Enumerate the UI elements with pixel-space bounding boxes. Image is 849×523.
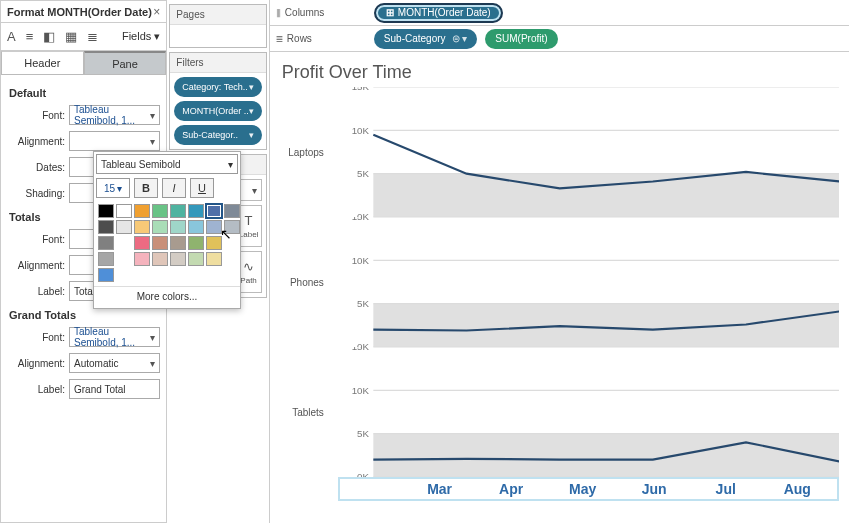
more-colors-link[interactable]: More colors... xyxy=(94,286,240,308)
lines-icon[interactable]: ≣ xyxy=(87,29,98,44)
filter-pill[interactable]: Sub-Categor..▾ xyxy=(174,125,262,145)
label-shading: Shading: xyxy=(7,188,69,199)
fields-dropdown[interactable]: Fields ▾ xyxy=(122,30,160,43)
month-label: Mar xyxy=(404,481,476,497)
month-label: Aug xyxy=(762,481,834,497)
filters-card: Filters Category: Tech..▾MONTH(Order ..▾… xyxy=(169,52,267,150)
columns-shelf[interactable]: ⦀Columns ⊞MONTH(Order Date) xyxy=(270,0,849,26)
row-header: Phones xyxy=(280,217,330,347)
font-popup: Tableau Semibold▾ 15▾ B I U More colors.… xyxy=(93,151,241,309)
color-swatch[interactable] xyxy=(152,236,168,250)
color-swatch[interactable] xyxy=(188,204,204,218)
color-swatch[interactable] xyxy=(116,220,132,234)
align-icon[interactable]: ≡ xyxy=(26,29,34,44)
x-axis-highlight: MarAprMayJunJulAug xyxy=(338,477,839,501)
svg-text:10K: 10K xyxy=(352,385,370,396)
viz-title: Profit Over Time xyxy=(270,52,849,87)
color-swatch[interactable] xyxy=(170,236,186,250)
svg-text:15K: 15K xyxy=(352,347,370,352)
section-default: Default xyxy=(9,87,160,99)
viz-area: ⦀Columns ⊞MONTH(Order Date) ≡Rows Sub-Ca… xyxy=(269,0,849,523)
color-swatch[interactable] xyxy=(98,252,114,266)
month-label: May xyxy=(547,481,619,497)
font-name-select[interactable]: Tableau Semibold▾ xyxy=(96,154,238,174)
color-swatch[interactable] xyxy=(170,252,186,266)
underline-button[interactable]: U xyxy=(190,178,214,198)
grand-font-select[interactable]: Tableau Semibold, 1...▾ xyxy=(69,327,160,347)
color-swatch[interactable] xyxy=(170,220,186,234)
svg-text:15K: 15K xyxy=(352,217,370,222)
row-header: Laptops xyxy=(280,87,330,217)
color-swatch[interactable] xyxy=(188,236,204,250)
color-swatch[interactable] xyxy=(188,252,204,266)
tab-header[interactable]: Header xyxy=(1,51,84,75)
color-swatch[interactable] xyxy=(134,236,150,250)
format-title: Format MONTH(Order Date) xyxy=(7,6,152,18)
columns-pill[interactable]: ⊞MONTH(Order Date) xyxy=(374,3,503,23)
color-swatch[interactable] xyxy=(170,204,186,218)
color-swatch[interactable] xyxy=(98,268,114,282)
section-grand: Grand Totals xyxy=(9,309,160,321)
color-swatch[interactable] xyxy=(206,220,222,234)
svg-text:5K: 5K xyxy=(357,168,369,179)
row-header: Tablets xyxy=(280,347,330,477)
svg-text:10K: 10K xyxy=(352,125,370,136)
month-label: Jul xyxy=(690,481,762,497)
rows-pill-profit[interactable]: SUM(Profit) xyxy=(485,29,557,49)
color-swatch[interactable] xyxy=(134,252,150,266)
default-font-select[interactable]: Tableau Semibold, 1...▾ xyxy=(69,105,160,125)
svg-text:5K: 5K xyxy=(357,298,369,309)
italic-button[interactable]: I xyxy=(162,178,186,198)
svg-rect-0 xyxy=(373,174,839,217)
label-dates: Dates: xyxy=(7,162,69,173)
color-swatch[interactable] xyxy=(116,204,132,218)
color-swatch[interactable] xyxy=(224,220,240,234)
rows-icon: ≡ xyxy=(276,32,283,46)
color-swatch[interactable] xyxy=(206,236,222,250)
svg-rect-9 xyxy=(373,304,839,347)
color-swatch[interactable] xyxy=(206,252,222,266)
rows-shelf[interactable]: ≡Rows Sub-Category⊜ ▾ SUM(Profit) xyxy=(270,26,849,52)
color-swatch[interactable] xyxy=(98,204,114,218)
close-icon[interactable]: × xyxy=(153,5,160,19)
color-swatch[interactable] xyxy=(152,252,168,266)
shade-icon[interactable]: ◧ xyxy=(43,29,55,44)
borders-icon[interactable]: ▦ xyxy=(65,29,77,44)
pages-card: Pages xyxy=(169,4,267,48)
color-swatch[interactable] xyxy=(188,220,204,234)
font-a-icon[interactable]: A xyxy=(7,29,16,44)
month-label: Jun xyxy=(618,481,690,497)
filter-pill[interactable]: MONTH(Order ..▾ xyxy=(174,101,262,121)
columns-icon: ⦀ xyxy=(276,6,281,20)
label-alignment: Alignment: xyxy=(7,136,69,147)
format-panel: Format MONTH(Order Date) × A ≡ ◧ ▦ ≣ Fie… xyxy=(0,0,167,523)
svg-text:5K: 5K xyxy=(357,428,369,439)
month-label: Apr xyxy=(475,481,547,497)
bold-button[interactable]: B xyxy=(134,178,158,198)
color-swatch[interactable] xyxy=(224,204,240,218)
svg-text:10K: 10K xyxy=(352,255,370,266)
color-swatch[interactable] xyxy=(134,220,150,234)
color-swatch[interactable] xyxy=(152,204,168,218)
label-font: Font: xyxy=(7,110,69,121)
font-size-input[interactable]: 15▾ xyxy=(96,178,130,198)
color-swatch[interactable] xyxy=(206,204,222,218)
rows-pill-subcat[interactable]: Sub-Category⊜ ▾ xyxy=(374,29,477,49)
default-alignment-select[interactable]: ▾ xyxy=(69,131,160,151)
color-swatch[interactable] xyxy=(98,236,114,250)
grand-label-input[interactable]: Grand Total xyxy=(69,379,160,399)
grand-alignment-select[interactable]: Automatic▾ xyxy=(69,353,160,373)
svg-text:15K: 15K xyxy=(352,87,370,92)
color-swatch[interactable] xyxy=(152,220,168,234)
color-swatch[interactable] xyxy=(134,204,150,218)
filter-pill[interactable]: Category: Tech..▾ xyxy=(174,77,262,97)
color-swatch[interactable] xyxy=(98,220,114,234)
tab-pane[interactable]: Pane xyxy=(84,51,167,75)
svg-rect-18 xyxy=(373,434,839,477)
